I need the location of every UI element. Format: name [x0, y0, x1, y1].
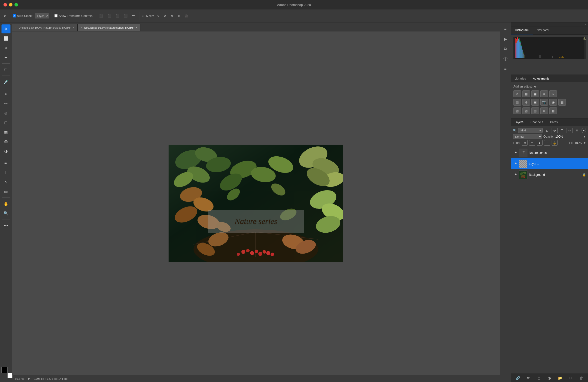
3d-slide-button[interactable]: ⊕ — [176, 13, 182, 19]
new-fill-layer-btn[interactable]: ◑ — [546, 375, 552, 381]
exposure-btn[interactable]: ◈ — [540, 90, 548, 97]
histogram-tab[interactable]: Histogram — [511, 26, 533, 34]
filter-smart-btn[interactable]: ⚙ — [574, 128, 580, 133]
layer-select[interactable]: Layer — [35, 13, 49, 18]
tab-close-web[interactable]: × — [81, 26, 82, 29]
shape-tool[interactable]: ▭ — [1, 187, 10, 196]
path-select-tool[interactable]: ↖ — [1, 178, 10, 187]
black-white-btn[interactable]: ▣ — [531, 99, 539, 106]
tab-web[interactable]: × web.jpg @ 66,7% (Nature series, RGB/8*… — [78, 24, 141, 31]
filter-shape-btn[interactable]: ▭ — [567, 128, 573, 133]
3d-roll-button[interactable]: ⟳ — [162, 13, 168, 19]
3d-scale-button[interactable]: 🎥 — [183, 13, 190, 19]
filter-kind-select[interactable]: Kind — [518, 128, 543, 133]
move-tool-button[interactable]: ✥ — [2, 13, 7, 19]
layer-visibility-nature-series[interactable]: 👁 — [513, 151, 517, 155]
photo-filter-btn[interactable]: 📷 — [540, 99, 548, 106]
curves-btn[interactable]: ▣ — [531, 90, 539, 97]
dodge-tool[interactable]: ◑ — [1, 146, 10, 155]
threshold-btn[interactable]: ▤ — [531, 107, 539, 114]
type-tool[interactable]: T — [1, 168, 10, 177]
hue-saturation-btn[interactable]: ▤ — [513, 99, 521, 106]
properties-panel-icon[interactable]: ≡ — [501, 24, 510, 33]
heal-tool[interactable]: ✦ — [1, 90, 10, 98]
brush-tool[interactable]: ✏ — [1, 99, 10, 108]
3d-rotate-button[interactable]: ⟲ — [155, 13, 161, 19]
eyedropper-tool[interactable]: 💉 — [1, 77, 10, 86]
new-group-btn[interactable]: 📁 — [557, 375, 563, 381]
lock-artboard-btn[interactable]: ⬚ — [544, 140, 550, 146]
selective-color-btn[interactable]: ▦ — [549, 107, 557, 114]
extras-panel-icon[interactable]: ≡ — [501, 64, 510, 73]
invert-btn[interactable]: ▧ — [513, 107, 521, 114]
channel-mixer-btn[interactable]: ◉ — [549, 99, 557, 106]
more-options-button[interactable]: ••• — [131, 13, 137, 19]
layers-tab[interactable]: Layers — [511, 118, 527, 126]
layer-item-nature-series[interactable]: 👁 T Nature series — [511, 147, 588, 158]
panel-collapse-handle[interactable]: « — [511, 22, 588, 26]
posterize-btn[interactable]: ▨ — [522, 107, 530, 114]
navigator-tab[interactable]: Navigator — [533, 26, 553, 34]
move-tool[interactable]: ✥ — [1, 24, 10, 33]
marquee-tool[interactable]: ⬜ — [1, 34, 10, 43]
status-arrow[interactable]: ▶ — [28, 377, 30, 380]
3d-pan-button[interactable]: ✥ — [169, 13, 175, 19]
tab-untitled[interactable]: × Untitled-1 @ 100% (Nature project, RGB… — [12, 24, 78, 31]
fill-dropdown[interactable]: ▼ — [583, 141, 586, 144]
transform-controls-checkbox[interactable] — [54, 14, 58, 17]
layer-visibility-layer1[interactable]: 👁 — [513, 162, 517, 166]
filter-toggle-btn[interactable]: ● — [582, 128, 586, 133]
blur-tool[interactable]: ◍ — [1, 137, 10, 146]
lasso-tool[interactable]: ○ — [1, 43, 10, 52]
close-button[interactable] — [3, 3, 7, 6]
crop-tool[interactable]: ⬚ — [1, 65, 10, 74]
filter-type-btn[interactable]: T — [559, 128, 565, 133]
color-balance-btn[interactable]: ⊕ — [522, 99, 530, 106]
zoom-tool[interactable]: 🔍 — [1, 209, 10, 218]
adjustments-tab[interactable]: Adjustments — [529, 75, 553, 82]
auto-select-checkbox[interactable] — [13, 14, 16, 17]
lock-all-btn[interactable]: 🔒 — [552, 140, 558, 146]
new-layer-btn[interactable]: □ — [568, 375, 574, 381]
color-lookup-btn[interactable]: ▦ — [558, 99, 566, 106]
background-color[interactable] — [7, 373, 12, 378]
link-layers-btn[interactable]: 🔗 — [515, 375, 521, 381]
clone-tool[interactable]: ⊕ — [1, 108, 10, 117]
levels-btn[interactable]: ▦ — [522, 90, 530, 97]
brightness-contrast-btn[interactable]: ☀ — [513, 90, 521, 97]
gradient-tool[interactable]: ▦ — [1, 127, 10, 136]
paths-tab[interactable]: Paths — [547, 118, 561, 126]
align-right-button[interactable]: ⬛ — [114, 13, 121, 19]
layer-mask-btn[interactable]: ◻ — [536, 375, 542, 381]
align-left-button[interactable]: ⬛ — [98, 13, 104, 19]
vibrance-btn[interactable]: ▽ — [549, 90, 557, 97]
tab-close-untitled[interactable]: × — [15, 26, 17, 29]
channels-tab[interactable]: Channels — [527, 118, 547, 126]
filter-pixel-btn[interactable]: ◻ — [544, 128, 550, 133]
libraries-tab[interactable]: Libraries — [511, 75, 529, 82]
layers-panel-icon-side[interactable]: ⧉ — [501, 44, 510, 53]
blend-mode-select[interactable]: Normal — [513, 134, 542, 139]
layer-visibility-background[interactable]: 👁 — [513, 173, 517, 177]
gradient-map-btn[interactable]: ◈ — [540, 107, 548, 114]
more-tools-button[interactable]: ••• — [1, 221, 10, 230]
minimize-button[interactable] — [9, 3, 12, 6]
color-swatches[interactable] — [1, 367, 10, 376]
filter-adjust-btn[interactable]: ◑ — [552, 128, 558, 133]
actions-panel-icon[interactable]: ▶ — [501, 34, 510, 43]
layer-item-layer1[interactable]: 👁 Layer 1 — [511, 158, 588, 169]
eraser-tool[interactable]: ◻ — [1, 118, 10, 127]
hand-tool[interactable]: ✋ — [1, 199, 10, 208]
opacity-dropdown[interactable]: ▼ — [583, 135, 586, 138]
foreground-color[interactable] — [1, 367, 7, 373]
canvas-viewport[interactable]: Nature series — [12, 31, 500, 375]
align-center-button[interactable]: ⬛ — [106, 13, 113, 19]
lock-transparency-btn[interactable]: ▤ — [522, 140, 528, 146]
layer-item-background[interactable]: 👁 Background 🔒 — [511, 169, 588, 180]
maximize-button[interactable] — [14, 3, 18, 6]
distribute-button[interactable]: ⬛ — [122, 13, 129, 19]
info-panel-icon[interactable]: ⓘ — [501, 54, 510, 63]
magic-wand-tool[interactable]: ✦ — [1, 53, 10, 62]
lock-position-btn[interactable]: ✥ — [537, 140, 543, 146]
delete-layer-btn[interactable]: 🗑 — [578, 375, 584, 381]
